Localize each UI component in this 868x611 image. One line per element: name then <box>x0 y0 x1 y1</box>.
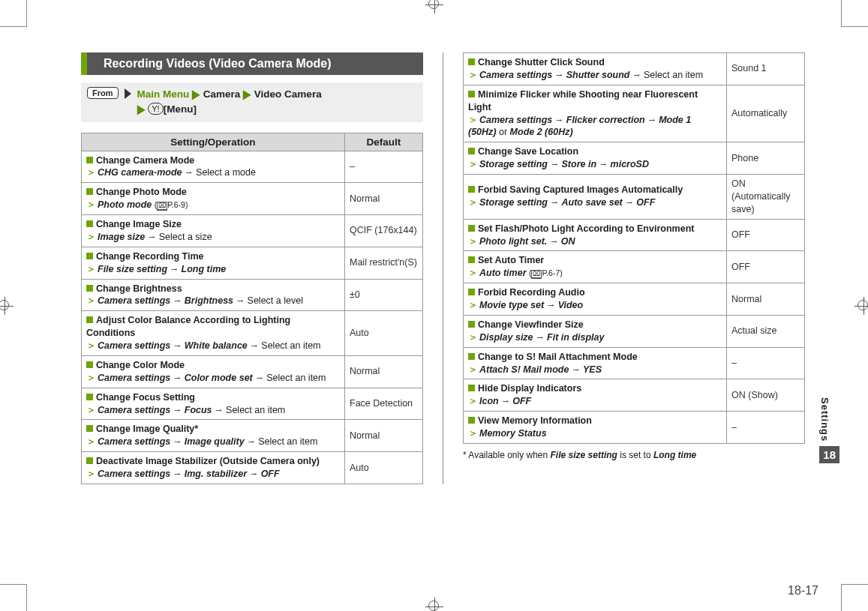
footnote-text: * Available only when <box>463 450 551 460</box>
setting-cell: Change to S! Mail Attachment Mode＞Attach… <box>464 347 727 379</box>
navigation-path: From Main Menu ▶ Camera ▶ Video Camera ▶… <box>81 82 423 122</box>
default-cell: Auto <box>345 311 423 356</box>
setting-path: ＞Camera settings→Image quality→Select an… <box>86 436 340 448</box>
bullet-icon <box>86 457 93 464</box>
default-cell: Automatically <box>727 85 805 142</box>
bullet-icon <box>468 225 475 232</box>
setting-title: Change Recording Time <box>96 251 204 262</box>
nav-menu-label: [Menu] <box>164 103 197 115</box>
default-cell: ON (Automatically save) <box>727 175 805 220</box>
setting-cell: Deactivate Image Stabilizer (Outside Cam… <box>82 452 345 484</box>
setting-path: ＞Camera settings→Shutter sound→Select an… <box>468 69 722 82</box>
table-row: Change Image Size＞Image size→Select a si… <box>82 215 423 247</box>
setting-title: Change Shutter Click Sound <box>478 57 605 67</box>
table-row: Forbid Saving Captured Images Automatica… <box>464 175 805 220</box>
footnote-em: Long time <box>653 450 696 460</box>
setting-title: Change Save Location <box>478 146 578 157</box>
bullet-icon <box>468 58 475 65</box>
setting-title: Forbid Recording Audio <box>478 287 585 298</box>
settings-table-left: Setting/Operation Default Change Camera … <box>81 133 423 484</box>
table-row: Change Viewfinder Size＞Display size→Fit … <box>464 315 805 347</box>
bullet-icon <box>86 285 93 292</box>
setting-path: ＞Auto timer (⌧P.6-7) <box>468 267 722 280</box>
setting-cell: Change Save Location＞Storage setting→Sto… <box>464 142 727 175</box>
left-column: Recording Videos (Video Camera Mode) Fro… <box>81 52 423 484</box>
default-cell: Face Detection <box>345 388 423 420</box>
setting-title: Change Focus Setting <box>96 392 195 403</box>
table-row: Deactivate Image Stabilizer (Outside Cam… <box>82 452 423 484</box>
default-cell: – <box>727 412 805 444</box>
side-tab: Settings 18 <box>819 397 839 463</box>
setting-path: ＞File size setting→Long time <box>86 263 340 276</box>
setting-cell: Minimize Flicker while Shooting near Flu… <box>464 85 727 142</box>
nav-video-camera: Video Camera <box>254 88 322 100</box>
setting-cell: Forbid Saving Captured Images Automatica… <box>464 175 727 220</box>
setting-title: Hide Display Indicators <box>478 383 581 394</box>
setting-title: Change Color Mode <box>96 360 185 370</box>
table-row: Change Camera Mode＞CHG camera-mode→Selec… <box>82 151 423 183</box>
setting-cell: Change Color Mode＞Camera settings→Color … <box>82 355 345 388</box>
setting-path: ＞Memory Status <box>468 427 722 440</box>
setting-title: Change Image Quality* <box>96 424 198 434</box>
table-row: Change Save Location＞Storage setting→Sto… <box>464 142 805 175</box>
footnote: * Available only when File size setting … <box>463 450 805 460</box>
default-cell: Actual size <box>727 315 805 347</box>
default-cell: – <box>727 347 805 379</box>
setting-path: ＞Camera settings→Color mode set→Select a… <box>86 372 340 385</box>
setting-path: ＞Storage setting→Auto save set→OFF <box>468 196 722 209</box>
setting-title: Forbid Saving Captured Images Automatica… <box>478 184 683 195</box>
nav-main-menu: Main Menu <box>137 88 190 100</box>
setting-cell: Change Camera Mode＞CHG camera-mode→Selec… <box>82 151 345 183</box>
setting-path: ＞Camera settings→Focus→Select an item <box>86 404 340 417</box>
table-row: Set Auto Timer＞Auto timer (⌧P.6-7)OFF <box>464 251 805 283</box>
crop-mark <box>0 584 27 611</box>
registration-mark <box>425 0 443 13</box>
setting-cell: Change Photo Mode＞Photo mode (⌧P.6-9) <box>82 183 345 215</box>
default-cell: Normal <box>727 283 805 316</box>
crop-mark <box>0 0 27 27</box>
bullet-icon <box>86 425 93 432</box>
setting-path: ＞Photo mode (⌧P.6-9) <box>86 199 340 211</box>
setting-cell: Forbid Recording Audio＞Movie type set→Vi… <box>464 283 727 316</box>
default-cell: OFF <box>727 251 805 283</box>
setting-path: ＞Movie type set→Video <box>468 299 722 312</box>
nav-camera: Camera <box>203 88 241 100</box>
bullet-icon <box>468 91 475 97</box>
registration-mark <box>0 297 14 315</box>
bullet-icon <box>468 417 475 424</box>
table-row: Adjust Color Balance According to Lighti… <box>82 311 423 356</box>
table-row: Hide Display Indicators＞Icon→OFFON (Show… <box>464 379 805 412</box>
default-cell: Sound 1 <box>727 53 805 85</box>
setting-title: Change Image Size <box>96 219 182 229</box>
arrow-right-icon <box>125 88 131 99</box>
setting-cell: Set Flash/Photo Light According to Envir… <box>464 219 727 251</box>
default-cell: Phone <box>727 142 805 175</box>
bullet-icon <box>468 353 475 360</box>
setting-path: ＞Attach S! Mail mode→YES <box>468 364 722 376</box>
setting-cell: Change Image Quality*＞Camera settings→Im… <box>82 420 345 452</box>
default-cell: Normal <box>345 420 423 452</box>
side-tab-label: Settings <box>819 397 830 442</box>
chevron-right-icon: ▶ <box>192 85 200 103</box>
bullet-icon <box>86 253 93 259</box>
setting-cell: Set Auto Timer＞Auto timer (⌧P.6-7) <box>464 251 727 283</box>
table-row: Change Focus Setting＞Camera settings→Foc… <box>82 388 423 420</box>
setting-title: Change Photo Mode <box>96 187 187 197</box>
nav-text: Main Menu ▶ Camera ▶ Video Camera ▶ Y![M… <box>137 87 322 118</box>
bullet-icon <box>86 316 93 323</box>
column-divider <box>443 52 443 484</box>
chevron-right-icon: ▶ <box>137 100 146 118</box>
table-row: Forbid Recording Audio＞Movie type set→Vi… <box>464 283 805 316</box>
footnote-text: is set to <box>617 450 653 460</box>
registration-mark <box>854 297 868 315</box>
bullet-icon <box>468 289 475 295</box>
registration-mark <box>425 598 443 611</box>
right-column: Change Shutter Click Sound＞Camera settin… <box>463 52 805 484</box>
setting-title: Deactivate Image Stabilizer (Outside Cam… <box>96 456 320 466</box>
chevron-right-icon: ▶ <box>243 85 251 103</box>
setting-path: ＞CHG camera-mode→Select a mode <box>86 166 340 179</box>
bullet-icon <box>468 186 475 193</box>
setting-path: ＞Camera settings→Img. stabilizer→OFF <box>86 468 340 481</box>
default-cell: QCIF (176x144) <box>345 215 423 247</box>
bullet-icon <box>86 361 93 368</box>
